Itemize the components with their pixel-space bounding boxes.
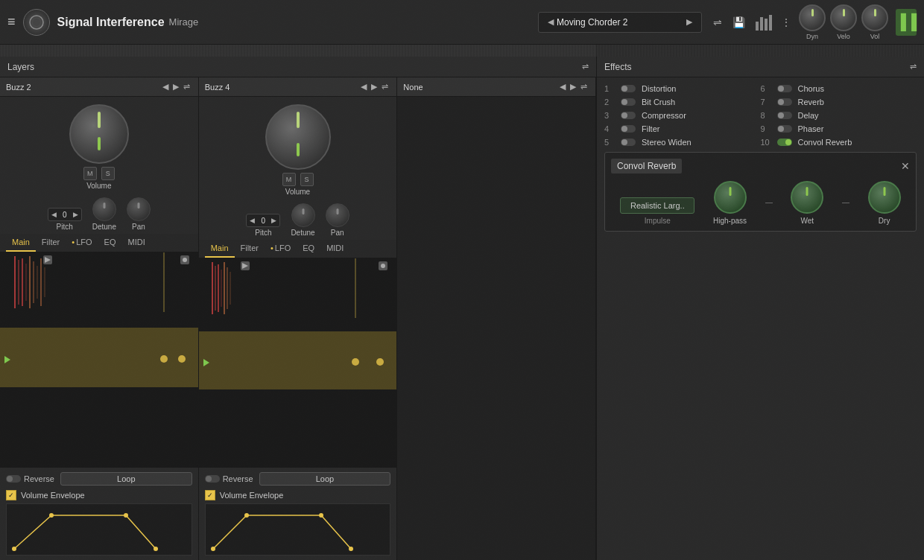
convol-wet-knob[interactable]	[791, 181, 823, 214]
convol-dry-knob[interactable]	[868, 181, 901, 214]
layer-2-next[interactable]: ▶	[369, 82, 379, 92]
layer-2-tab-main[interactable]: Main	[205, 240, 235, 258]
layer-1-env-check[interactable]	[6, 490, 16, 500]
layer-2-loop-btn[interactable]: Loop	[259, 472, 391, 486]
layer-1-tab-main[interactable]: Main	[6, 234, 36, 252]
vol-knob[interactable]	[861, 4, 888, 31]
effect-8-toggle[interactable]	[777, 112, 792, 119]
layer-1-pitch-up[interactable]: ▶	[73, 211, 78, 218]
effect-5-toggle[interactable]	[621, 139, 636, 146]
menu-button[interactable]: ≡	[7, 14, 16, 30]
layer-2-pitch-down[interactable]: ◀	[250, 217, 255, 224]
svg-point-35	[244, 513, 249, 518]
layer-1-solo-btn[interactable]: S	[101, 167, 115, 180]
layer-2-tab-lfo[interactable]: LFO	[265, 240, 297, 258]
convol-close-btn[interactable]: ✕	[901, 160, 910, 172]
layer-1-detune-label: Detune	[92, 223, 116, 231]
layer-2-detune-knob[interactable]	[291, 203, 315, 227]
layer-1-loop-btn[interactable]: Loop	[60, 472, 192, 486]
preset-prev-arrow[interactable]: ◀	[545, 17, 557, 27]
effect-row-1: 1 Distortion	[604, 82, 761, 95]
vol-knob-group[interactable]: Vol	[861, 4, 888, 40]
effect-2-toggle[interactable]	[621, 98, 636, 106]
effect-10-toggle[interactable]	[777, 139, 792, 146]
layer-2-marker-left[interactable]	[241, 261, 250, 270]
layer-2-env-check[interactable]	[205, 490, 215, 500]
layer-3: None ◀ ▶ ⇌	[397, 77, 596, 560]
layer-3-shuffle[interactable]: ⇌	[578, 82, 589, 92]
layer-1-pitch-stepper[interactable]: ◀ 0 ▶	[48, 208, 82, 221]
convol-wet-label: Wet	[801, 217, 814, 225]
layer-1-prev[interactable]: ◀	[160, 82, 171, 92]
layer-1-detune-knob[interactable]	[92, 197, 116, 221]
effect-9-toggle[interactable]	[777, 125, 792, 133]
dyn-knob-group[interactable]: Dyn	[799, 4, 826, 40]
layer-1-tab-lfo[interactable]: LFO	[66, 234, 98, 252]
layers-shuffle-icon[interactable]: ⇌	[582, 62, 589, 71]
velo-knob-group[interactable]: Velo	[830, 4, 857, 40]
svg-point-19	[12, 547, 16, 551]
layer-2-prev[interactable]: ◀	[358, 82, 369, 92]
effect-5-num: 5	[604, 138, 615, 147]
layer-3-next[interactable]: ▶	[568, 82, 578, 92]
effects-title: Effects	[604, 62, 631, 72]
save-icon[interactable]: 💾	[730, 14, 747, 31]
layer-2-tab-midi[interactable]: MIDI	[320, 240, 349, 258]
velo-knob[interactable]	[830, 4, 857, 31]
layer-1-play-arrow[interactable]	[4, 356, 10, 363]
layer-1-detune-control: Detune	[92, 197, 116, 231]
layer-1-next[interactable]: ▶	[171, 82, 181, 92]
layer-2-play-arrow[interactable]	[203, 359, 209, 366]
layer-2-reverse-toggle[interactable]: Reverse	[205, 474, 253, 483]
layer-1-knob-area: M S Volume	[0, 97, 198, 194]
layer-1-pitch-down[interactable]: ◀	[51, 211, 57, 218]
layer-2-marker-right[interactable]	[379, 261, 387, 270]
convol-highpass-knob[interactable]	[714, 181, 747, 214]
play-icon: ▐▐	[896, 13, 917, 31]
layer-1-waveform	[0, 252, 198, 467]
layer-2-volume-knob[interactable]	[265, 104, 331, 170]
layer-1-shuffle[interactable]: ⇌	[181, 82, 192, 92]
preset-next-arrow[interactable]: ▶	[683, 17, 695, 27]
dyn-knob[interactable]	[799, 4, 826, 31]
layer-2-shuffle[interactable]: ⇌	[379, 82, 390, 92]
dots-menu-icon[interactable]: ⋮	[778, 14, 794, 31]
layer-1-mute-btn[interactable]: M	[83, 167, 97, 180]
effects-shuffle-icon[interactable]: ⇌	[910, 62, 917, 71]
layer-2-pitch-up[interactable]: ▶	[271, 217, 276, 224]
layer-1-marker-left[interactable]	[43, 255, 52, 264]
convol-dry-group: Dry	[868, 181, 901, 225]
effect-4-toggle[interactable]	[621, 125, 636, 133]
layer-1-marker-right[interactable]	[180, 255, 189, 264]
effect-1-toggle[interactable]	[621, 85, 636, 92]
layer-1-reverse-toggle[interactable]: Reverse	[6, 474, 54, 483]
effect-6-toggle[interactable]	[777, 85, 792, 92]
impulse-btn[interactable]: Realistic Larg..	[620, 197, 694, 214]
layer-2-tab-filter[interactable]: Filter	[235, 240, 265, 258]
layer-1-bottom: Reverse Loop Volume Envelope	[0, 467, 198, 560]
layer-2-pan-label: Pan	[331, 229, 344, 237]
layer-3-prev[interactable]: ◀	[557, 82, 568, 92]
play-button[interactable]: ▐▐	[896, 9, 917, 36]
effect-3-name: Compressor	[642, 111, 761, 120]
layer-1-pan-knob[interactable]	[127, 197, 151, 221]
preset-bar: ◀ Moving Chorder 2 ▶	[538, 12, 702, 33]
layer-1-env-label: Volume Envelope	[21, 491, 85, 500]
layer-1-envelope-graph	[6, 503, 192, 556]
effect-7-toggle[interactable]	[777, 98, 792, 106]
layer-1-tab-eq[interactable]: EQ	[98, 234, 122, 252]
layer-2-pan-knob[interactable]	[326, 203, 349, 227]
layer-2-tabs: Main Filter LFO EQ MIDI	[199, 240, 397, 258]
layer-1-volume-knob[interactable]	[69, 104, 129, 164]
layer-1-tab-midi[interactable]: MIDI	[121, 234, 151, 252]
layer-2-mute-btn[interactable]: M	[282, 173, 296, 186]
layer-1-tab-filter[interactable]: Filter	[36, 234, 66, 252]
shuffle-icon[interactable]: ⇌	[709, 14, 726, 31]
effect-3-toggle[interactable]	[621, 112, 636, 119]
layer-2-solo-btn[interactable]: S	[300, 173, 314, 186]
effect-1-name: Distortion	[642, 84, 761, 93]
layer-2-tab-eq[interactable]: EQ	[297, 240, 320, 258]
layer-2-pitch-stepper[interactable]: ◀ 0 ▶	[246, 214, 280, 227]
svg-point-21	[124, 513, 128, 518]
effect-9-num: 9	[761, 124, 771, 133]
